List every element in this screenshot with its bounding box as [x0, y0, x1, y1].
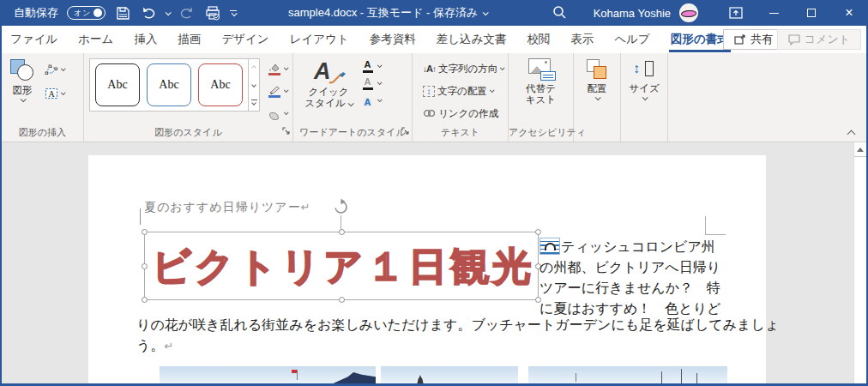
size-icon: ↕: [633, 58, 655, 81]
tab-file[interactable]: ファイル: [0, 26, 68, 53]
inline-picture-icon[interactable]: [539, 238, 560, 255]
window-title: sample4.docx - 互換モード - 保存済み: [288, 0, 487, 26]
text-fill-button[interactable]: A: [360, 58, 381, 74]
avatar[interactable]: [679, 3, 698, 22]
edit-shape-icon: [45, 63, 58, 75]
resize-handle-nw[interactable]: [142, 229, 148, 235]
shape-effects-button[interactable]: [265, 104, 289, 123]
vertical-scrollbar[interactable]: [853, 142, 866, 383]
scroll-up-button[interactable]: [854, 142, 866, 157]
tab-design[interactable]: デザイン: [211, 26, 279, 53]
group-label-text: テキスト: [413, 125, 508, 142]
tab-help[interactable]: ヘルプ: [604, 26, 660, 53]
shape-style-gallery: Abc Abc Abc: [89, 58, 260, 112]
resize-handle-w[interactable]: [142, 263, 148, 269]
gallery-more-icon[interactable]: [249, 93, 259, 111]
steeple-detail: [417, 375, 424, 383]
text-effects-icon: A: [360, 93, 375, 107]
ribbon-empty-space: [668, 53, 866, 142]
window-border-left: [0, 26, 2, 386]
undo-icon[interactable]: [140, 4, 157, 21]
user-name[interactable]: Kohama Yoshie: [594, 7, 671, 20]
mast-detail: [696, 373, 697, 383]
share-button[interactable]: 共有: [723, 29, 784, 50]
toggle-knob-icon: [93, 9, 102, 17]
resize-handle-s[interactable]: [339, 297, 345, 303]
group-label-arrange: [574, 125, 620, 142]
quick-access-overflow-icon[interactable]: [230, 10, 237, 16]
word-window: 自動保存 オン sample4.docx: [0, 0, 868, 386]
size-button[interactable]: ↕ サイズ: [625, 57, 663, 100]
wordart-text[interactable]: ビクトリア１日観光: [152, 241, 533, 293]
resize-handle-ne[interactable]: [535, 229, 541, 235]
minimize-button[interactable]: [755, 0, 793, 26]
create-link-button[interactable]: リンクの作成: [421, 104, 505, 123]
autosave-toggle[interactable]: オン: [67, 6, 105, 20]
tab-draw[interactable]: 描画: [167, 26, 211, 53]
shape-outline-button[interactable]: [265, 81, 289, 100]
margin-corner-mark: [705, 216, 726, 235]
save-icon[interactable]: [114, 4, 131, 21]
wordart-selection-box[interactable]: ビクトリア１日観光: [144, 232, 539, 300]
page[interactable]: 夏のおすすめ日帰りツアー↵ ビクトリア１日観光: [88, 155, 766, 383]
align-text-button[interactable]: ↕ 文字の配置: [421, 81, 505, 100]
tab-references[interactable]: 参考資料: [359, 26, 426, 53]
body-paragraph-full[interactable]: りの花が咲き乱れる街並みをお楽しみいただけます。ブッチャートガーデンにも足を延ば…: [136, 315, 737, 357]
ribbon-display-options-icon[interactable]: [717, 0, 755, 26]
wrap-line-2: の州都、ビクトリアへ日帰り: [539, 257, 737, 278]
paragraph-heading[interactable]: 夏のおすすめ日帰りツアー↵: [144, 200, 311, 215]
scroll-up-icon: [857, 148, 864, 152]
body-paragraph-wrapped[interactable]: ティッシュコロンビア州 の州都、ビクトリアへ日帰り ツアーに行きませんか？ 特 …: [539, 237, 737, 319]
shape-style-black[interactable]: Abc: [95, 63, 140, 106]
text-effects-button[interactable]: A: [360, 93, 381, 108]
tab-insert[interactable]: 挿入: [124, 26, 167, 53]
quick-styles-button[interactable]: A クイック スタイル: [304, 57, 353, 109]
shape-outline-icon: [267, 84, 281, 98]
edit-shape-button[interactable]: [43, 60, 66, 79]
alt-text-label: 代替テキスト: [522, 83, 560, 106]
close-button[interactable]: ×: [830, 0, 868, 26]
tab-review[interactable]: 校閲: [516, 26, 560, 53]
shape-styles-dialog-launcher-icon[interactable]: [282, 124, 291, 139]
gallery-down-icon[interactable]: [249, 76, 259, 93]
text-direction-button[interactable]: ↓A↑ 文字列の方向: [421, 59, 505, 78]
shape-fill-button[interactable]: [265, 59, 289, 78]
photo-victoria-2[interactable]: [381, 366, 518, 383]
full-line-1: りの花が咲き乱れる街並みをお楽しみいただけます。ブッチャートガーデンにも足を延ば…: [136, 315, 737, 335]
text-direction-label: 文字列の方向: [438, 63, 497, 75]
resize-handle-n[interactable]: [339, 229, 345, 235]
gallery-up-icon[interactable]: [249, 59, 259, 76]
comments-button[interactable]: コメント: [777, 29, 861, 50]
resize-handle-sw[interactable]: [142, 297, 148, 303]
photo-victoria-1[interactable]: [160, 366, 376, 383]
print-icon[interactable]: [204, 4, 221, 21]
search-icon[interactable]: [552, 4, 567, 22]
undo-dropdown-icon[interactable]: [166, 9, 172, 15]
svg-text:A: A: [48, 89, 55, 99]
group-insert-shapes: 図形 A 図形の挿入: [2, 53, 84, 142]
insert-shape-button[interactable]: 図形: [2, 57, 43, 102]
tab-view[interactable]: 表示: [560, 26, 604, 53]
rotation-handle-icon[interactable]: [332, 198, 350, 220]
share-icon: [734, 33, 746, 45]
shape-style-red[interactable]: Abc: [198, 63, 243, 106]
text-box-icon: A: [45, 87, 58, 100]
tab-home[interactable]: ホーム: [68, 26, 124, 53]
tab-mailings[interactable]: 差し込み文書: [426, 26, 517, 53]
alt-text-icon: [528, 58, 554, 81]
autosave-label: 自動保存: [14, 5, 58, 21]
wordart-dialog-launcher-icon[interactable]: [401, 124, 410, 139]
shape-style-blue[interactable]: Abc: [147, 63, 191, 106]
alt-text-button[interactable]: 代替テキスト: [518, 57, 564, 106]
arrange-icon: [586, 58, 608, 81]
photo-victoria-3[interactable]: [528, 366, 727, 383]
draw-text-box-button[interactable]: A: [43, 84, 66, 103]
quick-styles-label-1: クイック: [308, 87, 348, 97]
paragraph-mark: ↵: [301, 201, 311, 214]
tab-layout[interactable]: レイアウト: [280, 26, 359, 53]
text-outline-button[interactable]: A: [360, 75, 381, 91]
maximize-button[interactable]: [793, 0, 830, 26]
group-label-insert-shapes: 図形の挿入: [2, 125, 83, 142]
title-dropdown-icon[interactable]: [483, 9, 489, 15]
arrange-button[interactable]: 配置: [578, 57, 616, 100]
